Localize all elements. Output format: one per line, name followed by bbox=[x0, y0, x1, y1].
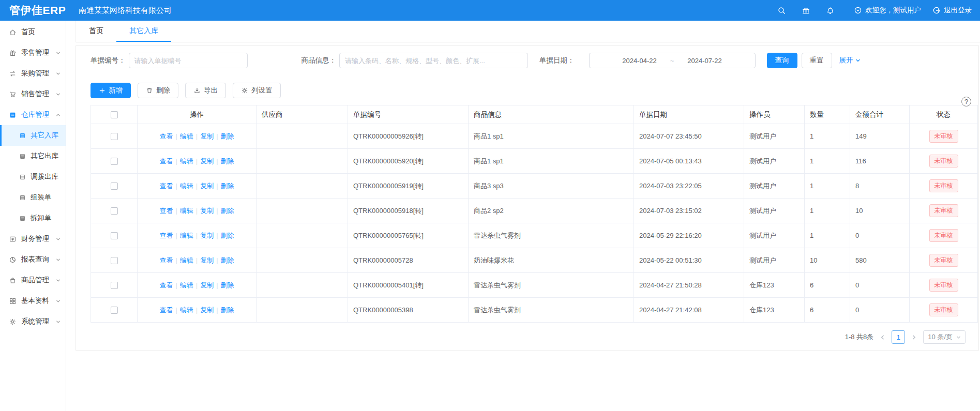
date-to-value[interactable]: 2024-07-22 bbox=[687, 57, 722, 65]
sidebar-item-goods[interactable]: 商品管理 bbox=[0, 270, 66, 291]
chevron-down-icon bbox=[56, 237, 61, 241]
delete-button[interactable]: 删除 bbox=[138, 83, 178, 98]
row-action-edit[interactable]: 编辑 bbox=[180, 256, 193, 264]
row-action-delete[interactable]: 删除 bbox=[221, 306, 234, 314]
table-row: 查看|编辑|复制|删除 QTRK00000005919[转] 商品3 sp3 2… bbox=[91, 174, 978, 199]
tab-other-inbound[interactable]: 其它入库 bbox=[116, 21, 171, 42]
date-from-value[interactable]: 2024-04-22 bbox=[622, 57, 657, 65]
help-icon[interactable]: ? bbox=[961, 97, 971, 106]
sidebar-item-retail[interactable]: 零售管理 bbox=[0, 42, 66, 63]
bell-icon[interactable] bbox=[818, 6, 842, 15]
status-badge: 未审核 bbox=[929, 130, 958, 143]
date-range-picker[interactable]: 2024-04-22 ~ 2024-07-22 bbox=[589, 53, 756, 68]
row-action-view[interactable]: 查看 bbox=[159, 306, 173, 314]
tab-home[interactable]: 首页 bbox=[76, 21, 116, 42]
row-action-edit[interactable]: 编辑 bbox=[180, 132, 193, 140]
cell-bill-no: QTRK00000005728 bbox=[348, 248, 469, 273]
cell-bill-no: QTRK00000005920[转] bbox=[348, 149, 469, 174]
status-badge: 未审核 bbox=[929, 279, 958, 292]
row-action-copy[interactable]: 复制 bbox=[200, 132, 214, 140]
row-action-copy[interactable]: 复制 bbox=[200, 232, 214, 239]
bank-icon[interactable] bbox=[794, 6, 818, 15]
search-icon[interactable] bbox=[770, 6, 794, 15]
sidebar-item-other-inbound[interactable]: 其它入库 bbox=[0, 125, 66, 146]
row-action-edit[interactable]: 编辑 bbox=[180, 207, 193, 215]
row-action-edit[interactable]: 编辑 bbox=[180, 157, 193, 165]
cell-date: 2024-07-03 23:15:02 bbox=[634, 199, 744, 223]
expand-link[interactable]: 展开 bbox=[839, 56, 861, 65]
row-action-view[interactable]: 查看 bbox=[159, 232, 173, 239]
prev-page-icon[interactable] bbox=[879, 334, 886, 340]
sidebar-item-transfer-outbound[interactable]: 调拨出库 bbox=[0, 166, 66, 187]
row-action-delete[interactable]: 删除 bbox=[221, 207, 234, 215]
sidebar-item-disassembly[interactable]: 拆卸单 bbox=[0, 208, 66, 229]
row-action-copy[interactable]: 复制 bbox=[200, 182, 214, 190]
sidebar-item-basic-data[interactable]: 基本资料 bbox=[0, 291, 66, 311]
row-action-delete[interactable]: 删除 bbox=[221, 256, 234, 264]
user-dropdown[interactable]: 欢迎您，测试用户 bbox=[854, 6, 921, 15]
row-action-delete[interactable]: 删除 bbox=[221, 157, 234, 165]
cell-operator: 测试用户 bbox=[744, 248, 805, 273]
sidebar-item-assembly[interactable]: 组装单 bbox=[0, 187, 66, 208]
sidebar-item-purchase[interactable]: 采购管理 bbox=[0, 63, 66, 84]
sidebar-item-finance[interactable]: 财务管理 bbox=[0, 229, 66, 249]
sidebar-item-other-outbound[interactable]: 其它出库 bbox=[0, 146, 66, 166]
cell-bill-no: QTRK00000005919[转] bbox=[348, 174, 469, 199]
cell-supplier bbox=[257, 298, 348, 323]
logout-button[interactable]: 退出登录 bbox=[932, 6, 972, 15]
status-badge: 未审核 bbox=[929, 303, 958, 316]
sidebar-nav: 首页 零售管理 采购管理 销售管理 仓库管理 其它入库 其它出库 bbox=[0, 21, 66, 411]
reset-button[interactable]: 重置 bbox=[802, 53, 832, 68]
row-checkbox[interactable] bbox=[111, 207, 118, 215]
row-checkbox[interactable] bbox=[111, 282, 118, 289]
row-action-delete[interactable]: 删除 bbox=[221, 132, 234, 140]
sidebar-item-warehouse[interactable]: 仓库管理 bbox=[0, 104, 66, 125]
row-action-copy[interactable]: 复制 bbox=[200, 207, 214, 215]
row-action-edit[interactable]: 编辑 bbox=[180, 306, 193, 314]
row-action-delete[interactable]: 删除 bbox=[221, 232, 234, 239]
row-action-copy[interactable]: 复制 bbox=[200, 306, 214, 314]
sidebar-item-system[interactable]: 系统管理 bbox=[0, 311, 66, 332]
row-action-copy[interactable]: 复制 bbox=[200, 157, 214, 165]
search-button[interactable]: 查询 bbox=[767, 53, 797, 68]
status-badge: 未审核 bbox=[929, 204, 958, 217]
sidebar-item-home[interactable]: 首页 bbox=[0, 22, 66, 42]
sidebar-item-sales[interactable]: 销售管理 bbox=[0, 84, 66, 104]
row-action-edit[interactable]: 编辑 bbox=[180, 232, 193, 239]
row-action-view[interactable]: 查看 bbox=[159, 182, 173, 190]
row-checkbox[interactable] bbox=[111, 158, 118, 165]
row-checkbox[interactable] bbox=[111, 133, 118, 140]
cell-supplier bbox=[257, 124, 348, 149]
row-checkbox[interactable] bbox=[111, 182, 118, 190]
cart-icon bbox=[9, 90, 17, 98]
cell-product: 商品1 sp1 bbox=[469, 149, 634, 174]
sidebar-item-reports[interactable]: 报表查询 bbox=[0, 249, 66, 270]
row-checkbox[interactable] bbox=[111, 307, 118, 314]
row-action-copy[interactable]: 复制 bbox=[200, 281, 214, 289]
row-action-copy[interactable]: 复制 bbox=[200, 256, 214, 264]
document-icon bbox=[19, 174, 26, 180]
add-button[interactable]: 新增 bbox=[91, 83, 131, 98]
gift-icon bbox=[9, 49, 17, 57]
row-action-view[interactable]: 查看 bbox=[159, 132, 173, 140]
row-checkbox[interactable] bbox=[111, 232, 118, 239]
row-action-view[interactable]: 查看 bbox=[159, 207, 173, 215]
bill-no-input[interactable] bbox=[129, 53, 248, 68]
row-action-delete[interactable]: 删除 bbox=[221, 182, 234, 190]
date-separator: ~ bbox=[670, 57, 674, 65]
page-number-button[interactable]: 1 bbox=[892, 330, 905, 344]
row-checkbox[interactable] bbox=[111, 257, 118, 264]
column-settings-button[interactable]: 列设置 bbox=[233, 83, 281, 98]
product-info-input[interactable] bbox=[339, 53, 528, 68]
page-size-select[interactable]: 10 条/页 bbox=[923, 330, 966, 344]
next-page-icon[interactable] bbox=[910, 334, 918, 340]
row-action-view[interactable]: 查看 bbox=[159, 256, 173, 264]
select-all-checkbox[interactable] bbox=[111, 111, 118, 118]
row-action-edit[interactable]: 编辑 bbox=[180, 182, 193, 190]
cell-operator: 测试用户 bbox=[744, 174, 805, 199]
row-action-delete[interactable]: 删除 bbox=[221, 281, 234, 289]
export-button[interactable]: 导出 bbox=[185, 83, 226, 98]
row-action-view[interactable]: 查看 bbox=[159, 281, 173, 289]
row-action-view[interactable]: 查看 bbox=[159, 157, 173, 165]
row-action-edit[interactable]: 编辑 bbox=[180, 281, 193, 289]
